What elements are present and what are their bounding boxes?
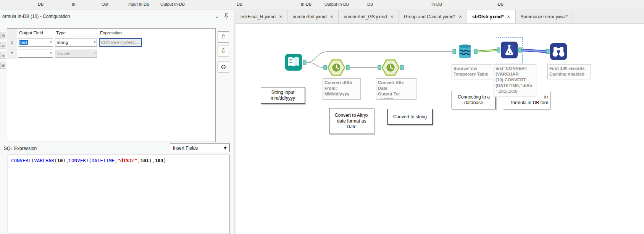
close-icon[interactable]: ✕ bbox=[391, 15, 394, 19]
output-field-cell: ∨ bbox=[17, 48, 54, 59]
output-anchor-datetime1[interactable] bbox=[346, 65, 349, 70]
delete-row-button[interactable]: ⊖ bbox=[218, 61, 229, 73]
type-combobox[interactable]: String ∨ bbox=[55, 39, 97, 47]
datetime-tool-1[interactable] bbox=[327, 59, 346, 78]
annotation-datetime1[interactable]: Convert dtStr From: MM/dd/yyyy bbox=[323, 78, 361, 100]
expression-cell[interactable] bbox=[98, 48, 143, 59]
chevron-down-icon[interactable]: ∨ bbox=[94, 40, 96, 44]
tab-strdtstr-active[interactable]: strDtstr.yxmd* ✕ bbox=[467, 10, 515, 23]
sql-expression-label: SQL Expression bbox=[4, 146, 37, 151]
toolbar-label-indb[interactable]: In-DB bbox=[301, 2, 312, 6]
output-anchor-datetime2[interactable] bbox=[400, 65, 404, 70]
close-icon[interactable]: ✕ bbox=[459, 15, 462, 19]
close-icon[interactable]: ✕ bbox=[330, 15, 333, 19]
type-value: Double bbox=[56, 51, 70, 56]
type-cell: Double ∨ bbox=[54, 48, 98, 59]
alteryx-designer-window: DB In Out Input In-DB Output In-DB DB In… bbox=[0, 0, 644, 234]
annotation-formula[interactable]: test=CONVERT (VARCHAR (10),CONVERT (DATE… bbox=[494, 64, 536, 97]
panel-side-icon-2[interactable]: ⇄ bbox=[0, 42, 6, 49]
annotation-datetime2[interactable]: Convert Altx Date Output To: dd/MM/yyyy bbox=[376, 78, 416, 100]
workflow-canvas[interactable]: String input mm/dd/yyyy Convert to Altry… bbox=[236, 24, 644, 234]
connection-input-to-datetime1[interactable] bbox=[306, 62, 324, 68]
formula-in-db-tool[interactable] bbox=[500, 41, 518, 60]
tab-label: Summarize error.yxwz* bbox=[521, 14, 568, 19]
pin-icon[interactable] bbox=[222, 13, 230, 19]
chevron-down-icon: ∨ bbox=[94, 51, 96, 55]
toolbar-label-output-indb[interactable]: Output In-DB bbox=[160, 2, 185, 6]
toolbar-label-indb-2[interactable]: In-DB bbox=[431, 2, 442, 6]
comment-convert-altryx[interactable]: Convert to Altryx date format as Date bbox=[329, 108, 374, 134]
insert-fields-label: Insert Fields bbox=[173, 145, 198, 151]
grid-header-type: Type bbox=[54, 29, 98, 37]
grid-header-output-field: Output Field bbox=[17, 29, 54, 37]
comment-connecting-db[interactable]: Connecting to a database bbox=[452, 91, 496, 109]
toolbar-label-input-indb[interactable]: Input In-DB bbox=[128, 2, 150, 6]
config-panel-title: ormula In-DB (10) - Configuration bbox=[2, 14, 70, 19]
output-anchor-input[interactable] bbox=[303, 60, 306, 65]
datetime-icon bbox=[381, 59, 400, 76]
toolbar-label-out[interactable]: Out bbox=[102, 2, 108, 6]
formula-in-db-icon bbox=[500, 41, 518, 59]
insert-fields-dropdown[interactable]: Insert Fields ▼ bbox=[170, 144, 230, 152]
datetime-tool-2[interactable] bbox=[381, 59, 400, 78]
input-data-tool[interactable] bbox=[285, 53, 302, 73]
type-value: String bbox=[56, 40, 68, 45]
tab-label: Group and Cancat.yxmd* bbox=[404, 14, 455, 19]
move-down-button[interactable]: ⇩ bbox=[218, 45, 229, 56]
toolbar-label-db-3[interactable]: DB bbox=[367, 2, 373, 6]
tab-group-and-cancat[interactable]: Group and Cancat.yxmd* ✕ bbox=[399, 10, 467, 23]
toolbar-label-db[interactable]: DB bbox=[38, 2, 44, 6]
row-number: 1 bbox=[7, 37, 17, 48]
tab-label: numberfmt_GS.yxmd bbox=[344, 14, 387, 19]
chevron-down-icon[interactable]: ⌄ bbox=[213, 13, 221, 19]
config-panel: ormula In-DB (10) - Configuration ⌄ ▤ ⇄ … bbox=[0, 10, 234, 234]
toolbar-label-in[interactable]: In bbox=[72, 2, 75, 6]
datetime-icon bbox=[327, 59, 346, 76]
tab-label: strDtstr.yxmd* bbox=[472, 14, 504, 19]
data-stream-in-icon bbox=[456, 43, 474, 60]
grid-header-expression: Expression bbox=[98, 29, 143, 37]
output-field-cell: test ∨ bbox=[17, 37, 54, 48]
dropdown-arrow-icon: ▼ bbox=[224, 146, 227, 150]
output-field-combobox[interactable]: ∨ bbox=[18, 50, 53, 58]
annotation-browse[interactable]: First 100 records Caching enabled bbox=[547, 64, 591, 79]
comment-convert-string[interactable]: Convert to string bbox=[387, 109, 433, 125]
toolbar-strip: DB In Out Input In-DB Output In-DB DB In… bbox=[0, 0, 644, 10]
input-data-icon bbox=[285, 53, 302, 71]
toolbar-label-db-2[interactable]: DB bbox=[237, 2, 242, 6]
close-icon[interactable]: ✕ bbox=[279, 15, 282, 19]
panel-side-icon-1[interactable]: ▤ bbox=[0, 32, 6, 39]
tab-checkfinal[interactable]: eckFinal_R.yxmd ✕ bbox=[236, 10, 287, 23]
document-tabs: eckFinal_R.yxmd ✕ numberfmt.yxmd ✕ numbe… bbox=[236, 10, 644, 24]
input-anchor-stream[interactable] bbox=[453, 49, 456, 54]
toolbar-label-output-indb-2[interactable]: Output In-DB bbox=[324, 2, 349, 6]
chevron-down-icon[interactable]: ∨ bbox=[50, 40, 52, 44]
expression-cell: CONVERT(VARC... bbox=[98, 37, 143, 48]
chevron-down-icon[interactable]: ∨ bbox=[50, 51, 52, 55]
input-anchor-datetime1[interactable] bbox=[324, 65, 327, 70]
input-anchor-browse[interactable] bbox=[546, 49, 549, 54]
output-field-combobox[interactable]: test ∨ bbox=[18, 39, 53, 47]
panel-side-icon-4[interactable]: ▣ bbox=[0, 62, 6, 69]
comment-string-input[interactable]: String input mm/dd/yyyy bbox=[261, 87, 305, 104]
close-icon[interactable]: ✕ bbox=[507, 15, 510, 19]
annotation-stream-in[interactable]: Source=nw Temporary Table bbox=[452, 64, 492, 79]
tab-summarize-error[interactable]: Summarize error.yxwz* bbox=[516, 10, 573, 23]
tab-numberfmt[interactable]: numberfmt.yxmd ✕ bbox=[287, 10, 339, 23]
browse-in-db-tool[interactable] bbox=[550, 43, 567, 62]
type-cell: String ∨ bbox=[54, 37, 98, 48]
row-number: * bbox=[7, 48, 17, 59]
type-combobox-disabled: Double ∨ bbox=[55, 50, 97, 58]
output-anchor-stream[interactable] bbox=[474, 49, 477, 54]
expression-value[interactable]: CONVERT(VARC... bbox=[99, 38, 142, 47]
output-fields-grid: Output Field Type Expression 1 test ∨ St… bbox=[7, 28, 216, 142]
toolbar-label-db-4[interactable]: -DB bbox=[496, 2, 504, 6]
sql-expression-editor[interactable]: CONVERT(VARCHAR(10),CONVERT(DATETIME,"dt… bbox=[8, 155, 230, 234]
input-anchor-datetime2[interactable] bbox=[378, 65, 381, 70]
sql-expression-text: CONVERT(VARCHAR(10),CONVERT(DATETIME,"dt… bbox=[11, 158, 226, 163]
move-up-button[interactable]: ⇧ bbox=[218, 31, 229, 43]
browse-in-db-icon bbox=[550, 43, 567, 60]
data-stream-in-tool[interactable] bbox=[456, 43, 474, 62]
tab-numberfmt-gs[interactable]: numberfmt_GS.yxmd ✕ bbox=[339, 10, 399, 23]
panel-side-icon-3[interactable]: ◈ bbox=[0, 52, 6, 59]
